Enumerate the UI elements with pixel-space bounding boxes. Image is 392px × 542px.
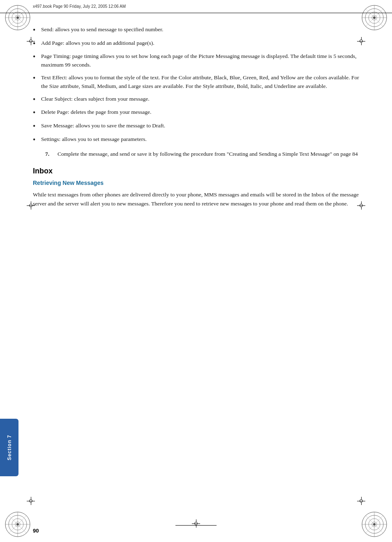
bullet-dot-add-page: •: [33, 39, 39, 48]
numbered-item-7: 7. Complete the message, and send or sav…: [45, 150, 359, 159]
page-number: 90: [33, 528, 39, 534]
bullet-dot-text-effect: •: [33, 74, 39, 83]
bullet-list: • Send: allows you to send message to sp…: [33, 25, 359, 144]
bullet-item-settings: • Settings: allows you to set message pa…: [33, 135, 359, 145]
bullet-item-send: • Send: allows you to send message to sp…: [33, 25, 359, 35]
bullet-item-text-effect: • Text Effect: allows you to format the …: [33, 74, 359, 91]
bullet-text-text-effect: Text Effect: allows you to format the st…: [41, 74, 359, 91]
bullet-item-clear-subject: • Clear Subject: clears subject from you…: [33, 95, 359, 104]
number-label-7: 7.: [45, 150, 55, 159]
svg-point-8: [16, 16, 19, 19]
bullet-text-delete-page: Delete Page: deletes the page from your …: [41, 108, 359, 117]
bullet-item-delete-page: • Delete Page: deletes the page from you…: [33, 108, 359, 118]
crosshair-bot-center: [192, 519, 200, 528]
bullet-text-save-message: Save Message: allows you to save the mes…: [41, 122, 359, 130]
sidebar-tab-text: Section 7: [7, 435, 12, 460]
bullet-text-send: Send: allows you to send message to spec…: [41, 25, 359, 34]
retrieving-new-messages-heading: Retrieving New Messages: [33, 180, 359, 186]
header-bar: x497.book Page 90 Friday, July 22, 2005 …: [0, 0, 392, 13]
numbered-item-text-7: Complete the message, and send or save i…: [58, 150, 359, 159]
bullet-dot-send: •: [33, 26, 39, 35]
bullet-dot-clear-subject: •: [33, 95, 39, 104]
bullet-dot-save-message: •: [33, 122, 39, 131]
corner-decoration-br: [360, 510, 389, 539]
bullet-dot-delete-page: •: [33, 108, 39, 118]
sidebar-tab: Section 7: [0, 419, 18, 476]
bottom-center-line: [175, 525, 217, 526]
content-area: • Send: allows you to send message to sp…: [33, 13, 359, 517]
bullet-text-clear-subject: Clear Subject: clears subject from your …: [41, 95, 359, 104]
bullet-text-settings: Settings: allows you to set message para…: [41, 135, 359, 144]
inbox-body-paragraph: While text messages from other phones ar…: [33, 190, 359, 209]
corner-decoration-bl: [3, 510, 32, 539]
bullet-item-page-timing: • Page Timing: page timing allows you to…: [33, 52, 359, 69]
bullet-dot-settings: •: [33, 136, 39, 145]
bullet-text-add-page: Add Page: allows you to add an additiona…: [41, 39, 359, 48]
bullet-dot-page-timing: •: [33, 53, 39, 62]
svg-point-17: [373, 16, 376, 19]
inbox-heading: Inbox: [33, 167, 359, 175]
bullet-item-save-message: • Save Message: allows you to save the m…: [33, 122, 359, 131]
header-text: x497.book Page 90 Friday, July 22, 2005 …: [33, 4, 126, 9]
bullet-text-page-timing: Page Timing: page timing allows you to s…: [41, 52, 359, 69]
svg-point-26: [16, 523, 19, 526]
svg-point-35: [373, 523, 376, 526]
bullet-item-add-page: • Add Page: allows you to add an additio…: [33, 39, 359, 48]
